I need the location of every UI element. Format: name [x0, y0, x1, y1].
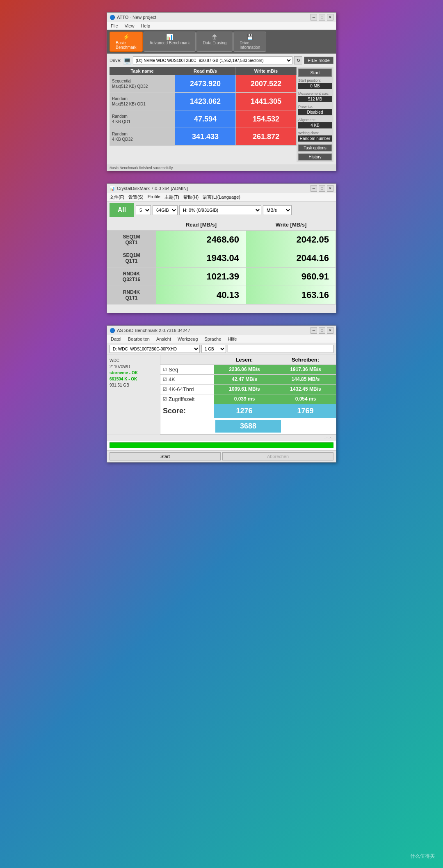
rnd-512-qd1-write: 1441.305 [236, 93, 297, 110]
atto-menu-view[interactable]: View [123, 23, 136, 29]
asssd-title-text: AS SSD Benchmark 2.0.7316.34247 [117, 328, 190, 333]
asssd-size-select[interactable]: 1 GB [201, 345, 226, 353]
cdm-menu-help[interactable]: 帮助(H) [183, 194, 199, 200]
rnd-512-qd1-read: 1423.062 [175, 93, 236, 110]
asssd-search-input[interactable] [228, 345, 333, 353]
asssd-window: 🔵 AS SSD Benchmark 2.0.7316.34247 ─ □ ✕ … [107, 325, 336, 463]
cdm-window: 📊 CrystalDiskMark 7.0.0 x64 [ADMIN] ─ □ … [107, 183, 336, 313]
alignment-label: Alignment: [298, 118, 332, 122]
drive-label: Drive: [110, 58, 121, 63]
start-position-section: Start position: 0 MB [298, 78, 332, 90]
cdm-menu-profile[interactable]: Profile [148, 194, 160, 200]
filemode-button[interactable]: FILE mode [304, 57, 333, 64]
cdm-menu-settings[interactable]: 设置(S) [128, 194, 144, 200]
asssd-progress-row [107, 441, 336, 450]
start-button[interactable]: Start [110, 452, 221, 460]
asssd-label-4k: ☑ 4K [160, 375, 214, 384]
rnd-4k-qd32-write: 261.872 [236, 128, 297, 145]
asssd-menu-bearbeiten[interactable]: Bearbeiten [127, 336, 151, 342]
start-position-label: Start position: [298, 78, 332, 82]
asssd-label-4k64thrd: ☑ 4K-64Thrd [160, 385, 214, 394]
asssd-menu-datei[interactable]: Datei [110, 336, 123, 342]
cdm-results-table: Read [MB/s] Write [MB/s] SEQ1M Q8T1 2468… [107, 219, 336, 305]
atto-title-bar: 🔵 ATTO - New project ─ □ ✕ [107, 13, 336, 22]
cdm-bottom-bar [107, 305, 336, 313]
cdm-menu-file[interactable]: 文件(F) [110, 194, 124, 200]
cdm-label-seq1m-q8t1: SEQ1M Q8T1 [107, 231, 156, 249]
asssd-menu-ansicht[interactable]: Ansicht [155, 336, 172, 342]
asssd-toolbar: D: WDC_WDS100T2B0C-00PXHO 1 GB [107, 343, 336, 355]
start-button[interactable]: Start [298, 69, 332, 77]
close-button[interactable]: ✕ [327, 327, 333, 334]
asssd-menu-hilfe[interactable]: Hilfe [226, 336, 238, 342]
all-button[interactable]: All [110, 203, 134, 217]
cdm-seq1m-q1t1-write: 2044.16 [246, 249, 336, 267]
row-label-seq-qd32: Sequential Max(512 KB) QD32 [110, 75, 175, 92]
drive-select[interactable]: H: 0% (0/931GiB) [179, 205, 261, 215]
asssd-menu-sprache[interactable]: Sprache [203, 336, 222, 342]
measurement-size-value: 512 MB [298, 96, 332, 102]
minimize-button[interactable]: ─ [311, 185, 317, 192]
cdm-menu-theme[interactable]: 主题(T) [164, 194, 179, 200]
tab-drive-information[interactable]: 💾 DriveInformation [233, 32, 266, 52]
minimize-button[interactable]: ─ [311, 14, 317, 21]
asssd-score-read: 1276 [214, 404, 275, 418]
writing-data-label: Writing data: [298, 131, 332, 135]
cdm-title-icon: 📊 [110, 186, 115, 191]
table-row: Random Max(512 KB) QD1 1423.062 1441.305 [110, 93, 297, 110]
refresh-button[interactable]: ↻ [294, 56, 302, 64]
asssd-col-headers: Lesen: Schreiben: [160, 355, 336, 365]
cdm-table-header: Read [MB/s] Write [MB/s] [107, 219, 336, 231]
task-options-button[interactable]: Task options [298, 144, 332, 151]
asssd-results-panel: Lesen: Schreiben: ☑ Seq 2236.06 MB/s 191… [160, 355, 336, 435]
cdm-header-write: Write [MB/s] [246, 219, 336, 230]
maximize-button[interactable]: □ [319, 185, 325, 192]
abbrechen-button[interactable]: Abbrechen [222, 452, 333, 460]
size-select[interactable]: 64GiB [153, 205, 178, 215]
cdm-toolbar: All 5 64GiB H: 0% (0/931GiB) MB/s [107, 202, 336, 219]
cdm-title-left: 📊 CrystalDiskMark 7.0.0 x64 [ADMIN] [110, 186, 188, 191]
asssd-menu-werkzeug[interactable]: Werkzeug [176, 336, 199, 342]
atto-sidebar: Start Start position: 0 MB Measurement s… [297, 67, 333, 162]
header-task: Task name [110, 67, 175, 75]
rnd-4k-qd1-read: 47.594 [175, 110, 236, 128]
rnd-4k-qd32-read: 341.433 [175, 128, 236, 145]
asssd-model: WDC [110, 357, 158, 364]
seq-qd32-read: 2473.920 [175, 75, 236, 92]
asssd-title-bar: 🔵 AS SSD Benchmark 2.0.7316.34247 ─ □ ✕ [107, 326, 336, 335]
count-select[interactable]: 5 [136, 205, 151, 215]
tab-data-erasing[interactable]: 🗑 Data Erasing [196, 32, 233, 52]
close-button[interactable]: ✕ [327, 14, 333, 21]
asssd-4k64thrd-write: 1432.45 MB/s [275, 385, 336, 394]
cdm-label-rnd4k-q1t1: RND4K Q1T1 [107, 286, 156, 304]
tab-basic-label: BasicBenchmark [116, 41, 137, 50]
cdm-seq1m-q1t1-read: 1943.04 [156, 249, 246, 267]
atto-menu-help[interactable]: Help [139, 23, 151, 29]
close-button[interactable]: ✕ [327, 185, 333, 192]
tab-basic-benchmark[interactable]: ⚡ BasicBenchmark [110, 32, 143, 52]
asssd-body: WDC 211070WD stornvme - OK 661504 K - OK… [107, 355, 336, 435]
cdm-seq1m-q8t1-read: 2468.60 [156, 231, 246, 249]
table-row: ☑ Zugriffszeit 0.039 ms 0.054 ms [160, 394, 336, 404]
cdm-rnd4k-q32t16-write: 960.91 [246, 268, 336, 286]
maximize-button[interactable]: □ [319, 14, 325, 21]
minimize-button[interactable]: ─ [311, 327, 317, 334]
asssd-seq-write: 1917.36 MB/s [275, 365, 336, 374]
tab-advanced-benchmark[interactable]: 📊 Advanced Benchmark [144, 32, 196, 52]
asssd-score-row: Score: 1276 1769 [160, 404, 336, 418]
advanced-benchmark-icon: 📊 [166, 34, 173, 40]
asssd-code: 211070WD [110, 364, 158, 370]
asssd-drive-select[interactable]: D: WDC_WDS100T2B0C-00PXHO [110, 345, 200, 353]
table-row: RND4K Q1T1 40.13 163.16 [107, 286, 336, 305]
maximize-button[interactable]: □ [319, 327, 325, 334]
drive-select[interactable]: (D:) NVMe WDC WDS100T2B0C- 930.87 GB (1,… [133, 56, 292, 64]
asssd-label-seq: ☑ Seq [160, 365, 214, 374]
atto-menu-file[interactable]: File [110, 23, 119, 29]
unit-select[interactable]: MB/s [263, 205, 292, 215]
atto-drive-row: Drive: 💻 (D:) NVMe WDC WDS100T2B0C- 930.… [110, 56, 333, 64]
table-row: ☑ Seq 2236.06 MB/s 1917.36 MB/s [160, 365, 336, 375]
cdm-menu-lang[interactable]: 语言(L)(Language) [203, 194, 240, 200]
asssd-col-write: Schreiben: [275, 355, 336, 364]
history-button[interactable]: History [298, 153, 332, 160]
table-row: SEQ1M Q8T1 2468.60 2042.05 [107, 231, 336, 249]
